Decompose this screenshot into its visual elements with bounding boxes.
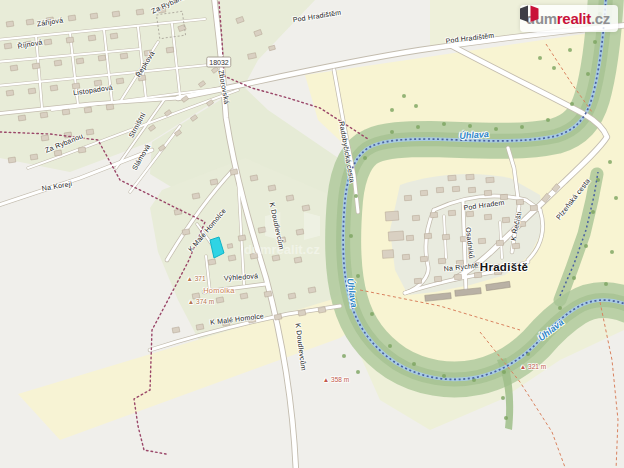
map-canvas[interactable]: dumrealit.cz ZářijováŘíjnováListopadováŘ… [0,0,624,468]
logo-suffix: .cz [591,10,610,27]
logo-accent: realit [557,10,591,27]
dumrealit-logo-icon [520,5,539,23]
map-layers [0,0,624,468]
landuse-zones [0,0,624,440]
dumrealit-logo[interactable]: dumrealit.cz [520,5,618,32]
